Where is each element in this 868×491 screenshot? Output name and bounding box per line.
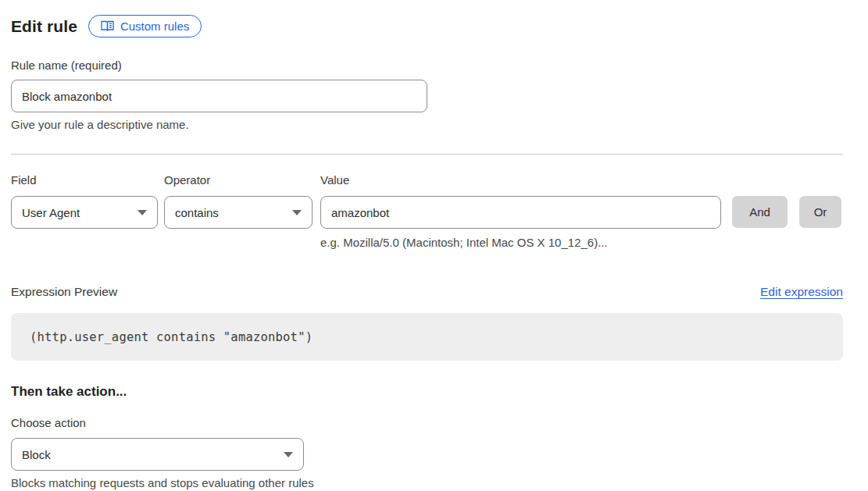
value-input[interactable] bbox=[320, 196, 721, 229]
edit-rule-page: Edit rule Custom rules Rule name (requir… bbox=[0, 0, 868, 489]
expression-preview-label: Expression Preview bbox=[11, 285, 117, 299]
action-select-value: Block bbox=[22, 448, 51, 461]
action-section: Choose action Block Blocks matching requ… bbox=[11, 416, 843, 489]
operator-column: Operator contains bbox=[164, 173, 313, 249]
value-helper: e.g. Mozilla/5.0 (Macintosh; Intel Mac O… bbox=[320, 236, 721, 249]
section-divider bbox=[11, 154, 843, 155]
value-column: Value e.g. Mozilla/5.0 (Macintosh; Intel… bbox=[320, 173, 721, 249]
expression-code-block: (http.user_agent contains "amazonbot") bbox=[11, 313, 843, 361]
rule-name-helper: Give your rule a descriptive name. bbox=[11, 118, 843, 131]
edit-expression-link[interactable]: Edit expression bbox=[760, 285, 843, 299]
field-label: Field bbox=[11, 173, 158, 187]
action-heading: Then take action... bbox=[11, 384, 843, 400]
rule-name-input[interactable] bbox=[11, 80, 427, 112]
choose-action-label: Choose action bbox=[11, 416, 843, 429]
or-button[interactable]: Or bbox=[799, 196, 841, 228]
and-button[interactable]: And bbox=[732, 196, 788, 228]
operator-select[interactable]: contains bbox=[164, 196, 313, 229]
chevron-down-icon bbox=[138, 210, 147, 215]
logic-buttons: And Or bbox=[732, 173, 841, 249]
page-header: Edit rule Custom rules bbox=[11, 15, 843, 37]
operator-label: Operator bbox=[164, 173, 313, 187]
chevron-down-icon bbox=[284, 452, 293, 457]
field-select-value: User Agent bbox=[22, 206, 80, 219]
page-title: Edit rule bbox=[11, 17, 77, 36]
open-book-icon bbox=[101, 20, 114, 32]
field-column: Field User Agent bbox=[11, 173, 158, 249]
condition-row: Field User Agent Operator contains Value… bbox=[11, 173, 843, 249]
custom-rules-button[interactable]: Custom rules bbox=[88, 15, 202, 37]
rule-name-section: Rule name (required) Give your rule a de… bbox=[11, 59, 843, 131]
action-select[interactable]: Block bbox=[11, 438, 304, 471]
field-select[interactable]: User Agent bbox=[11, 196, 158, 229]
custom-rules-button-label: Custom rules bbox=[120, 20, 189, 33]
chevron-down-icon bbox=[292, 210, 302, 215]
rule-name-label: Rule name (required) bbox=[11, 59, 843, 72]
action-helper: Blocks matching requests and stops evalu… bbox=[11, 476, 843, 489]
operator-select-value: contains bbox=[175, 206, 219, 219]
expression-header: Expression Preview Edit expression bbox=[11, 285, 843, 299]
expression-code: (http.user_agent contains "amazonbot") bbox=[30, 330, 313, 344]
value-label: Value bbox=[320, 173, 721, 187]
